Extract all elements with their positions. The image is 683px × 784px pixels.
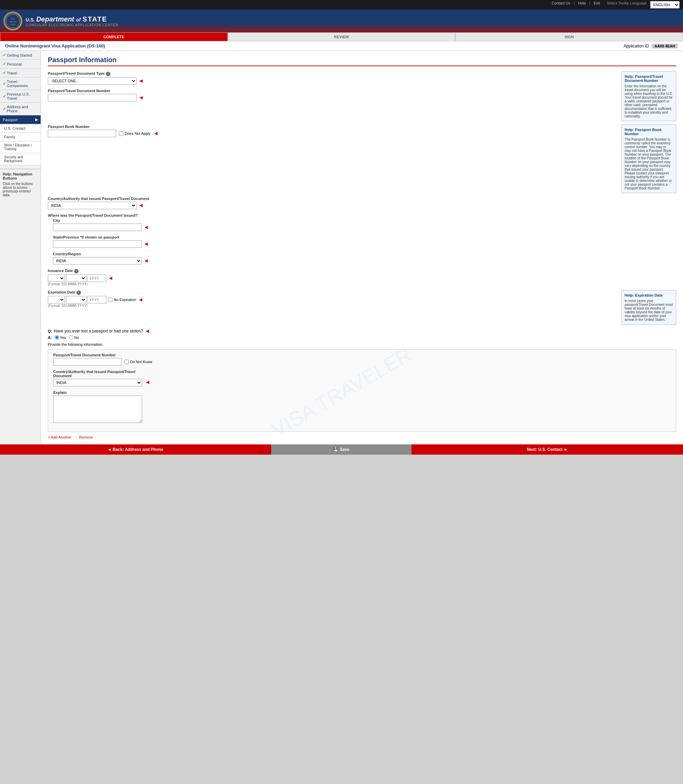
remove-button[interactable]: - Remove (77, 435, 93, 439)
yes-radio[interactable] (55, 335, 59, 339)
doc-type-label: Passport/Travel Document Type i (48, 71, 618, 76)
sidebar-item-passport[interactable]: Passport ▶ (0, 115, 41, 124)
help-body-passport: Enter the information on the travel docu… (625, 84, 673, 118)
expiration-format-note: (Format: DD-MMM-YYYY) (48, 304, 618, 307)
doc-number-label: Passport/Travel Document Number (48, 89, 618, 93)
doc-type-info-icon[interactable]: i (106, 72, 110, 76)
save-button[interactable]: 💾 Save (271, 445, 412, 454)
question-arrow: ◄ (145, 328, 150, 334)
issuance-info-icon[interactable]: i (74, 269, 79, 274)
expiration-info-icon[interactable]: i (77, 290, 81, 295)
dept-name: U.S. Department of State (26, 15, 119, 23)
issuance-date-dropdowns: 0102030405 0607080910 JANFEBMARAPRMAY JU… (48, 274, 106, 282)
add-remove-section: + Add Another - Remove (48, 435, 676, 439)
sidebar-item-prev-us-travel[interactable]: ✓ Previous U.S. Travel (0, 90, 41, 103)
country-authority-section: Country/Authority that Issued Passport/T… (48, 197, 676, 209)
issuance-year-input[interactable] (87, 274, 106, 282)
add-another-button[interactable]: + Add Another (48, 435, 71, 439)
doc-type-select[interactable]: -SELECT ONE- REGULAR OFFICIAL DIPLOMATIC… (48, 77, 136, 85)
question-label: Q: (48, 329, 52, 333)
doc-number-input[interactable] (48, 94, 136, 101)
sidebar-item-personal[interactable]: ✓ Personal (0, 60, 41, 69)
svg-text:U.S.: U.S. (11, 18, 15, 20)
does-not-apply-label[interactable]: Does Not Apply (119, 131, 151, 136)
book-number-label: Passport Book Number (48, 125, 618, 129)
issuance-arrow: ◄ (108, 275, 113, 281)
sidebar-item-travel-companions[interactable]: ✓ Travel Companions (0, 77, 41, 90)
country-region-label: Country/Region (53, 252, 676, 256)
country-region-arrow: ◄ (143, 258, 149, 264)
back-button[interactable]: ◄ Back: Address and Phone (0, 445, 271, 454)
help-title-expiration: Help: Expiration Date (625, 293, 673, 297)
progress-bar: COMPLETE REVIEW SIGN (0, 32, 683, 41)
issued-where-label: Where was the Passport/Travel Document I… (48, 213, 676, 218)
issued-where-section: Where was the Passport/Travel Document I… (48, 213, 676, 264)
expiration-section: Expiration Date i 010203 JANFEBMAR (48, 290, 676, 325)
contact-us-link[interactable]: Contact Us (552, 1, 570, 8)
state-arrow: ◄ (143, 241, 149, 247)
sidebar-item-work-education[interactable]: Work / Education / Training (0, 141, 41, 153)
expiration-year-input[interactable] (87, 296, 106, 304)
do-not-know-checkbox[interactable] (124, 360, 129, 364)
sidebar-help-title: Help: Navigation Buttons (3, 172, 38, 180)
doc-number-arrow: ◄ (138, 94, 144, 101)
book-number-input[interactable] (48, 130, 116, 137)
provide-info-label: Provide the following information: (48, 342, 676, 346)
sub-title: CONSULAR ELECTRONIC APPLICATION CENTER (26, 23, 119, 27)
issuance-day-select[interactable]: 0102030405 0607080910 (48, 274, 65, 282)
sidebar-item-family[interactable]: Family (0, 133, 41, 141)
help-body-expiration: In most cases your passport/Travel Docum… (625, 299, 673, 322)
app-header: Online Nonimmigrant Visa Application (DS… (0, 41, 683, 51)
sidebar-help-text: Click on the buttons above to access pre… (3, 182, 38, 197)
issuance-format-note: (Format: DD-MMM-YYYY) (48, 282, 676, 286)
does-not-apply-checkbox[interactable] (119, 131, 123, 136)
check-icon: ✓ (3, 62, 6, 66)
sidebar-item-us-contact[interactable]: U.S. Contact (0, 124, 41, 133)
step-sign: SIGN (455, 32, 683, 41)
expiration-month-select[interactable]: JANFEBMAR (66, 296, 87, 304)
issuance-month-select[interactable]: JANFEBMARAPRMAY JUNJULAUGSEPOCT NOVDEC (66, 274, 87, 282)
no-radio-label[interactable]: No (69, 335, 79, 339)
country-select[interactable]: INDIA UNITED STATES UNITED KINGDOM CANAD… (48, 202, 136, 209)
country-arrow: ◄ (138, 202, 144, 208)
language-select[interactable]: ENGLISH ESPAÑOL FRANÇAIS (650, 1, 680, 8)
city-input[interactable] (53, 224, 142, 231)
lost-doc-number-section: Passport/Travel Document Number Do Not K… (53, 353, 671, 366)
doc-number-form-section: Passport/Travel Document Number ◄ (48, 89, 618, 101)
country-label: Country/Authority that Issued Passport/T… (48, 197, 676, 201)
sidebar-item-getting-started[interactable]: ✓ Getting Started (0, 51, 41, 60)
department-seal: U.S. DEPT OF STATE (3, 11, 22, 30)
exit-link[interactable]: Exit (593, 1, 600, 8)
state-input[interactable] (53, 240, 142, 248)
doc-type-fields: Passport/Travel Document Type i -SELECT … (48, 71, 618, 121)
app-title: Online Nonimmigrant Visa Application (DS… (5, 43, 105, 48)
check-icon: ✓ (3, 94, 6, 99)
help-link[interactable]: Help (578, 1, 586, 8)
lost-country-select[interactable]: INDIA UNITED STATES UNITED KINGDOM CANAD… (53, 379, 142, 386)
next-button[interactable]: Next: U.S. Contact ► (412, 445, 683, 454)
city-label: City (53, 218, 676, 222)
app-id-area: Application ID AA00 4EAH (624, 44, 678, 48)
expiration-date-label: Expiration Date i (48, 290, 618, 295)
sidebar-item-security[interactable]: Security and Background (0, 153, 41, 165)
app-id-label: Application ID (624, 44, 649, 48)
explain-textarea[interactable] (53, 395, 142, 423)
no-radio[interactable] (69, 335, 74, 339)
sidebar-item-travel[interactable]: ✓ Travel (0, 69, 41, 77)
svg-text:STATE: STATE (10, 24, 16, 26)
sidebar-help: Help: Navigation Buttons Click on the bu… (0, 169, 41, 200)
no-expiration-label[interactable]: No Expiration (108, 298, 136, 302)
expiration-arrow: ◄ (138, 297, 143, 303)
sidebar-item-address-phone[interactable]: ✓ Address and Phone (0, 103, 41, 115)
lost-doc-number-input[interactable] (53, 358, 122, 366)
state-label: State/Province *If shown on passport (53, 235, 676, 239)
explain-label: Explain (53, 390, 671, 395)
do-not-know-label[interactable]: Do Not Know (124, 360, 152, 364)
country-region-section: Country/Region INDIA UNITED STATES UNITE… (53, 252, 676, 264)
expiration-day-select[interactable]: 010203 (48, 296, 65, 304)
no-expiration-checkbox[interactable] (108, 298, 112, 302)
country-region-select[interactable]: INDIA UNITED STATES UNITED KINGDOM CANAD… (53, 257, 142, 264)
doc-type-arrow: ◄ (138, 78, 144, 84)
check-icon: ✓ (3, 70, 6, 75)
yes-radio-label[interactable]: Yes (55, 335, 66, 339)
